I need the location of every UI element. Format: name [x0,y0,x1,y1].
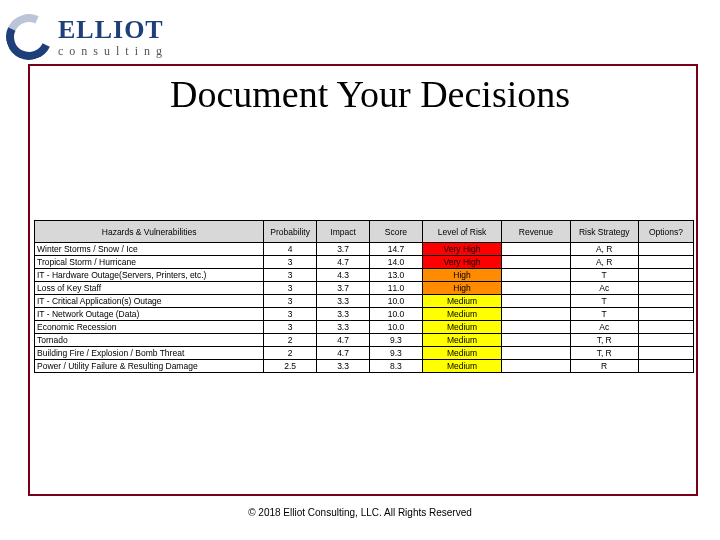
cell-probability: 2 [264,347,317,360]
cell-risk-strategy: T [570,295,638,308]
cell-risk-strategy: A, R [570,243,638,256]
cell-level-of-risk: Medium [422,334,501,347]
table-row: IT - Hardware Outage(Servers, Printers, … [35,269,694,282]
table-row: Winter Storms / Snow / Ice43.714.7Very H… [35,243,694,256]
cell-level-of-risk: Medium [422,308,501,321]
cell-impact: 4.7 [317,334,370,347]
cell-score: 8.3 [369,360,422,373]
cell-risk-strategy: T, R [570,347,638,360]
col-revenue: Revenue [502,221,570,243]
cell-probability: 3 [264,282,317,295]
cell-revenue [502,243,570,256]
cell-revenue [502,282,570,295]
cell-options [638,334,693,347]
table-header-row: Hazards & Vulnerabilities Probability Im… [35,221,694,243]
cell-level-of-risk: Medium [422,295,501,308]
slide: ELLIOT consulting Document Your Decision… [0,0,720,540]
cell-impact: 3.3 [317,308,370,321]
cell-level-of-risk: High [422,282,501,295]
cell-level-of-risk: Medium [422,347,501,360]
col-score: Score [369,221,422,243]
cell-impact: 4.7 [317,256,370,269]
company-logo: ELLIOT consulting [6,4,194,70]
cell-options [638,282,693,295]
cell-probability: 2.5 [264,360,317,373]
cell-options [638,360,693,373]
table-row: IT - Network Outage (Data)33.310.0Medium… [35,308,694,321]
cell-hazard: Tropical Storm / Hurricane [35,256,264,269]
cell-level-of-risk: Very High [422,256,501,269]
cell-revenue [502,308,570,321]
col-probability: Probability [264,221,317,243]
cell-revenue [502,256,570,269]
col-level-of-risk: Level of Risk [422,221,501,243]
cell-hazard: IT - Hardware Outage(Servers, Printers, … [35,269,264,282]
cell-probability: 3 [264,295,317,308]
cell-revenue [502,321,570,334]
cell-options [638,256,693,269]
risk-table: Hazards & Vulnerabilities Probability Im… [34,220,694,373]
copyright-footer: © 2018 Elliot Consulting, LLC. All Right… [0,507,720,518]
cell-score: 9.3 [369,334,422,347]
cell-level-of-risk: Medium [422,360,501,373]
table-row: Tornado24.79.3MediumT, R [35,334,694,347]
cell-probability: 3 [264,256,317,269]
cell-revenue [502,334,570,347]
cell-level-of-risk: High [422,269,501,282]
cell-revenue [502,295,570,308]
cell-score: 9.3 [369,347,422,360]
cell-impact: 3.7 [317,243,370,256]
cell-score: 10.0 [369,295,422,308]
cell-impact: 3.3 [317,321,370,334]
cell-probability: 3 [264,269,317,282]
col-hazards: Hazards & Vulnerabilities [35,221,264,243]
col-impact: Impact [317,221,370,243]
cell-probability: 4 [264,243,317,256]
cell-options [638,243,693,256]
table-row: IT - Critical Application(s) Outage33.31… [35,295,694,308]
cell-hazard: IT - Network Outage (Data) [35,308,264,321]
cell-hazard: Building Fire / Explosion / Bomb Threat [35,347,264,360]
logo-crescent-icon [6,14,52,60]
logo-text: ELLIOT consulting [58,17,168,57]
table-row: Building Fire / Explosion / Bomb Threat2… [35,347,694,360]
cell-impact: 3.3 [317,360,370,373]
cell-level-of-risk: Medium [422,321,501,334]
cell-options [638,321,693,334]
cell-score: 10.0 [369,321,422,334]
cell-options [638,269,693,282]
cell-impact: 3.7 [317,282,370,295]
risk-table-container: Hazards & Vulnerabilities Probability Im… [34,220,694,373]
table-row: Power / Utility Failure & Resulting Dama… [35,360,694,373]
cell-score: 10.0 [369,308,422,321]
cell-risk-strategy: A, R [570,256,638,269]
cell-level-of-risk: Very High [422,243,501,256]
cell-revenue [502,269,570,282]
col-risk-strategy: Risk Strategy [570,221,638,243]
page-title: Document Your Decisions [170,72,570,116]
cell-score: 14.7 [369,243,422,256]
cell-hazard: Power / Utility Failure & Resulting Dama… [35,360,264,373]
cell-hazard: Loss of Key Staff [35,282,264,295]
cell-hazard: Tornado [35,334,264,347]
logo-main-text: ELLIOT [58,17,168,43]
cell-score: 13.0 [369,269,422,282]
col-options: Options? [638,221,693,243]
cell-options [638,295,693,308]
cell-risk-strategy: T [570,269,638,282]
cell-score: 14.0 [369,256,422,269]
cell-options [638,347,693,360]
table-row: Economic Recession33.310.0MediumAc [35,321,694,334]
cell-probability: 2 [264,334,317,347]
cell-probability: 3 [264,308,317,321]
cell-revenue [502,360,570,373]
cell-risk-strategy: T [570,308,638,321]
cell-options [638,308,693,321]
cell-hazard: Winter Storms / Snow / Ice [35,243,264,256]
cell-hazard: Economic Recession [35,321,264,334]
cell-probability: 3 [264,321,317,334]
cell-hazard: IT - Critical Application(s) Outage [35,295,264,308]
logo-sub-text: consulting [58,45,168,57]
cell-impact: 4.3 [317,269,370,282]
cell-risk-strategy: Ac [570,321,638,334]
